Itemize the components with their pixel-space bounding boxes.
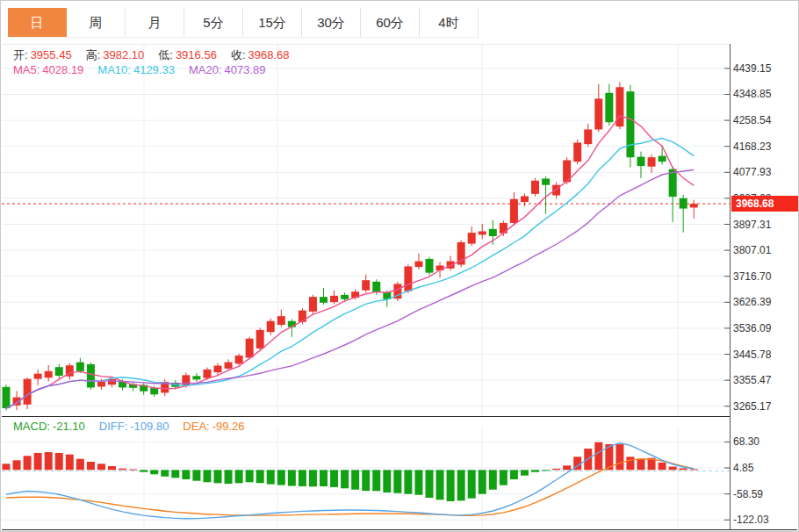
candlestick[interactable]: [690, 204, 698, 207]
legend-item: MACD:-21.10: [13, 420, 85, 433]
candlestick[interactable]: [13, 398, 21, 406]
candlestick[interactable]: [309, 297, 317, 312]
candlestick[interactable]: [362, 280, 370, 290]
candlestick[interactable]: [288, 321, 296, 327]
macd-histogram-bar: [129, 470, 137, 471]
candlestick[interactable]: [531, 181, 539, 194]
diff-line: [6, 443, 694, 519]
candlestick[interactable]: [76, 363, 84, 371]
candlestick[interactable]: [521, 196, 529, 202]
candlestick[interactable]: [45, 371, 53, 378]
candlestick[interactable]: [500, 223, 507, 234]
candlestick[interactable]: [235, 356, 243, 363]
macd-histogram-bar: [404, 470, 412, 493]
candlestick[interactable]: [66, 365, 74, 376]
macd-histogram-bar: [447, 470, 455, 501]
candlestick[interactable]: [383, 292, 391, 299]
candlestick[interactable]: [182, 375, 190, 385]
y-axis-label: 3265.17: [733, 400, 772, 413]
candlestick[interactable]: [203, 370, 211, 378]
period-tab-周[interactable]: 周: [67, 8, 126, 37]
candlestick[interactable]: [171, 383, 179, 387]
candlestick[interactable]: [626, 91, 634, 157]
period-tab-日[interactable]: 日: [8, 8, 67, 37]
y-axis-label: 3716.70: [733, 270, 772, 283]
candlestick[interactable]: [552, 185, 560, 196]
candlestick[interactable]: [573, 143, 581, 162]
y-axis-label: 3355.47: [733, 374, 772, 386]
candlestick[interactable]: [341, 295, 349, 299]
candlestick[interactable]: [256, 330, 264, 349]
candlestick[interactable]: [3, 387, 11, 408]
candlestick[interactable]: [34, 374, 42, 379]
candlestick[interactable]: [108, 379, 116, 385]
candlestick[interactable]: [119, 382, 126, 388]
candlestick[interactable]: [277, 316, 285, 325]
candlestick[interactable]: [510, 199, 518, 223]
candlestick[interactable]: [563, 161, 571, 183]
candlestick[interactable]: [246, 339, 254, 358]
candlestick[interactable]: [150, 388, 158, 395]
macd-histogram-bar: [393, 470, 401, 492]
period-tab-4时[interactable]: 4时: [420, 8, 479, 37]
period-tab-60分[interactable]: 60分: [361, 8, 420, 37]
candlestick[interactable]: [615, 87, 623, 126]
macd-histogram-bar: [457, 470, 465, 500]
candlestick[interactable]: [351, 291, 359, 298]
candlestick[interactable]: [479, 231, 486, 234]
ma5-line: [6, 116, 694, 408]
main-chart[interactable]: 4439.154348.854258.544168.234077.933987.…: [2, 44, 772, 529]
candlestick[interactable]: [436, 265, 444, 270]
macd-histogram-bar: [605, 444, 613, 470]
candlestick[interactable]: [637, 157, 645, 166]
candlestick[interactable]: [447, 262, 455, 269]
candlestick[interactable]: [404, 266, 412, 291]
candlestick[interactable]: [55, 367, 63, 376]
candlestick[interactable]: [584, 129, 592, 144]
macd-histogram-bar: [108, 466, 116, 470]
candlestick[interactable]: [659, 156, 666, 162]
candlestick[interactable]: [225, 363, 233, 369]
period-tab-15分[interactable]: 15分: [243, 8, 302, 37]
candlestick[interactable]: [129, 385, 137, 388]
candlestick[interactable]: [669, 169, 677, 197]
macd-histogram-bar: [150, 470, 158, 474]
candlestick[interactable]: [161, 382, 169, 392]
candlestick[interactable]: [192, 376, 200, 379]
candlestick[interactable]: [605, 93, 613, 122]
macd-histogram-bar: [13, 460, 21, 470]
candlestick[interactable]: [267, 321, 275, 332]
period-tab-月[interactable]: 月: [126, 8, 184, 37]
macd-histogram-bar: [637, 459, 645, 471]
y-axis-label: 3536.09: [733, 322, 772, 334]
candlestick[interactable]: [214, 366, 222, 373]
chart-canvas[interactable]: 4439.154348.854258.544168.234077.933987.…: [1, 1, 799, 532]
candlestick[interactable]: [393, 284, 401, 298]
candlestick[interactable]: [87, 364, 95, 388]
macd-histogram-bar: [468, 470, 476, 498]
candlestick[interactable]: [594, 98, 602, 129]
candlestick[interactable]: [426, 259, 434, 273]
candlestick[interactable]: [542, 178, 550, 184]
candlestick[interactable]: [140, 385, 148, 392]
candlestick[interactable]: [489, 229, 497, 236]
candlestick[interactable]: [24, 379, 32, 405]
period-tab-5分[interactable]: 5分: [184, 8, 243, 37]
candlestick[interactable]: [468, 233, 476, 243]
candlestick[interactable]: [372, 282, 380, 292]
period-tab-30分[interactable]: 30分: [302, 8, 361, 37]
y-axis-label: 4348.85: [733, 88, 772, 100]
candlestick[interactable]: [299, 311, 306, 322]
candlestick[interactable]: [414, 262, 422, 268]
candlestick[interactable]: [648, 157, 656, 166]
candlestick[interactable]: [457, 242, 465, 265]
macd-histogram-bar: [66, 455, 74, 471]
candlestick[interactable]: [97, 382, 105, 387]
macd-histogram-bar: [383, 470, 391, 492]
candlestick[interactable]: [320, 297, 328, 303]
candlestick[interactable]: [680, 198, 687, 209]
candlestick[interactable]: [330, 296, 338, 302]
macd-panel[interactable]: 68.304.85-58.59-122.03: [2, 428, 797, 530]
macd-histogram-bar: [192, 470, 200, 480]
macd-histogram-bar: [277, 470, 285, 485]
